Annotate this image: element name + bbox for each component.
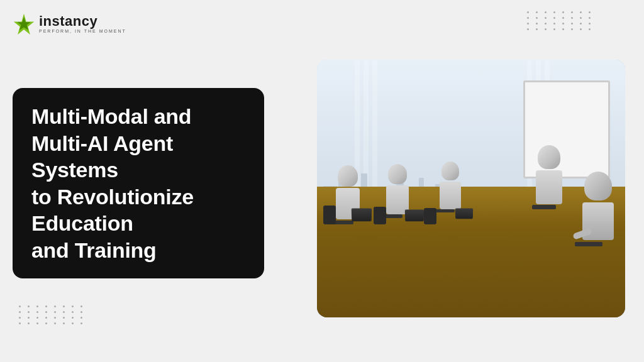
logo-tagline: PERFORM, IN THE MOMENT: [39, 29, 126, 33]
robot-conference-image: [317, 60, 625, 317]
logo-name: instancy: [39, 14, 126, 28]
robot-scene: [317, 60, 625, 317]
logo: instancy PERFORM, IN THE MOMENT: [13, 13, 126, 35]
dots-decoration-top-right: [527, 11, 594, 30]
main-heading-text: Multi-Modal and Multi-AI Agent Systems t…: [31, 103, 245, 263]
instancy-logo-icon: [13, 13, 35, 35]
heading-line3: to Revolutionize Education: [31, 185, 194, 236]
laptop-screen-2: [405, 210, 425, 222]
robot-figure-3: [440, 162, 461, 209]
dots-decoration-bottom-left: [19, 305, 86, 324]
main-heading-block: Multi-Modal and Multi-AI Agent Systems t…: [13, 88, 264, 278]
robot-figure-4: [536, 145, 562, 204]
logo-text: instancy PERFORM, IN THE MOMENT: [39, 14, 126, 33]
heading-line2: Multi-AI Agent Systems: [31, 131, 173, 182]
robot-figure-5: [582, 172, 614, 240]
chair-2: [374, 207, 386, 224]
chair-1: [323, 206, 336, 224]
laptop-screen-3: [455, 209, 473, 219]
robot-figure-2: [386, 164, 409, 214]
chair-3: [424, 208, 436, 224]
laptop-screen-1: [352, 209, 372, 222]
heading-line1: Multi-Modal and: [31, 104, 191, 128]
conference-table: [317, 187, 625, 317]
heading-line4: and Training: [31, 238, 157, 262]
